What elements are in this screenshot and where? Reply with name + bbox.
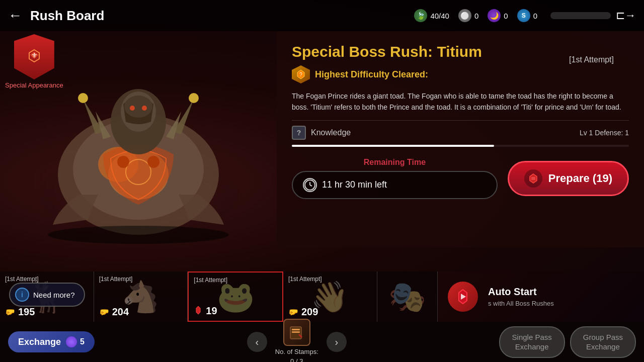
difficulty-row: ? Highest Difficulty Cleared: — [292, 65, 629, 83]
group-pass-exchange-button[interactable]: Group PassExchange — [570, 326, 636, 358]
time-pill: 11 hr 30 min left — [292, 171, 498, 199]
s-value: 0 — [533, 12, 537, 20]
stamp-count: 0 / 3 — [290, 357, 303, 362]
boss-card-5[interactable]: 🎭 — [377, 272, 438, 322]
knowledge-label: Knowledge — [311, 128, 575, 137]
header-stats: 🍃 40/40 ⚪ 0 🌙 0 S 0 — [414, 9, 611, 22]
svg-line-20 — [310, 185, 312, 186]
orb-icon: ⚪ — [458, 9, 471, 22]
boss-card-3-value: 19 — [206, 305, 217, 317]
svg-point-13 — [124, 96, 152, 118]
attempt-label: [1st Attempt] — [569, 55, 614, 64]
svg-rect-23 — [292, 331, 300, 333]
stamp-center: No. of Stamps: 0 / 3 — [275, 319, 318, 362]
bottom-bar: Exchange 5 ‹ No. of Stamps: 0 / 3 › S — [0, 322, 644, 362]
knowledge-stats: Lv 1 Defense: 1 — [580, 129, 629, 137]
boss-card-1-icon: 🤛 — [5, 307, 15, 317]
difficulty-badge-icon: ? — [292, 65, 310, 83]
prepare-button[interactable]: Prepare (19) — [508, 161, 629, 196]
auto-start-text: Auto Start s with All Boss Rushes — [488, 286, 634, 307]
boss-card-4-bottom: 🤛 209 — [288, 306, 318, 318]
knowledge-icon: ? — [292, 126, 306, 140]
svg-point-9 — [78, 93, 88, 103]
svg-point-16 — [48, 226, 229, 244]
s-currency-icon: S — [517, 9, 530, 22]
need-more-bubble[interactable]: i Need more? — [9, 283, 85, 307]
boss-card-3-icon — [194, 306, 203, 317]
boss-card-4-icon: 🤛 — [288, 307, 298, 317]
info-icon: i — [15, 288, 29, 302]
stamp-icon — [283, 319, 310, 346]
boss-card-3-attempt: [1st Attempt] — [194, 277, 227, 284]
svg-point-14 — [130, 106, 135, 111]
stamp-next-button[interactable]: › — [327, 332, 347, 352]
boss-card-2-attempt: [1st Attempt] — [99, 276, 133, 283]
exchange-label: Exchange — [18, 337, 61, 347]
stamp-nav: ‹ No. of Stamps: 0 / 3 › — [103, 319, 491, 362]
boss-info-panel: Special Boss Rush: Titium [1st Attempt] … — [277, 31, 644, 247]
svg-text:?: ? — [299, 72, 302, 77]
knowledge-row: ? Knowledge Lv 1 Defense: 1 — [292, 120, 629, 145]
prepare-label: Prepare (19) — [548, 172, 612, 185]
moon-value: 0 — [504, 12, 508, 20]
auto-start-panel: Auto Start s with All Boss Rushes — [438, 272, 644, 322]
xp-bar — [550, 12, 611, 19]
action-row: Remaining Time 11 hr 30 min left — [292, 158, 629, 199]
boss-card-bg-5: 🎭 — [377, 272, 437, 322]
time-left-label: 11 hr 30 min left — [322, 179, 387, 190]
difficulty-label: Highest Difficulty Cleared: — [315, 69, 428, 80]
boss-card-1-value: 195 — [18, 306, 35, 318]
single-pass-exchange-button[interactable]: Single PassExchange — [499, 326, 565, 358]
boss-card-1-attempt: [1st Attempt] — [5, 276, 39, 283]
currency-count: 5 — [80, 337, 85, 346]
stamp-prev-button[interactable]: ‹ — [247, 332, 267, 352]
prepare-icon — [524, 169, 542, 188]
svg-text:⚜: ⚜ — [31, 51, 37, 59]
boss-description: The Fogan Prince rides a giant toad. The… — [292, 90, 629, 113]
energy-value: 40/40 — [430, 12, 449, 20]
stat-orb: ⚪ 0 — [458, 9, 478, 22]
badge-icon: ⚜ — [14, 34, 54, 79]
pass-buttons: Single PassExchange Group PassExchange — [499, 326, 636, 358]
boss-card-1-bottom: 🤛 195 — [5, 306, 35, 318]
auto-start-title: Auto Start — [488, 286, 634, 298]
clock-icon — [303, 178, 317, 192]
stamp-label: No. of Stamps: — [275, 348, 318, 355]
svg-point-10 — [189, 93, 199, 103]
stat-s: S 0 — [517, 9, 537, 22]
svg-point-15 — [142, 106, 147, 111]
remaining-label: Remaining Time — [292, 158, 498, 167]
svg-rect-22 — [292, 329, 300, 330]
boss-card-4-value: 209 — [301, 306, 318, 318]
special-appearance-badge: ⚜ Special Appearance — [5, 34, 63, 89]
special-appearance-label: Special Appearance — [5, 81, 63, 89]
svg-point-8 — [147, 156, 159, 168]
boss-card-2[interactable]: 🐴 [1st Attempt] 🤛 204 — [94, 272, 188, 322]
exit-button[interactable]: ⊏→ — [616, 9, 636, 22]
moon-icon: 🌙 — [488, 9, 501, 22]
exchange-currency: 5 — [66, 336, 85, 347]
need-more-label: Need more? — [33, 291, 75, 299]
stat-moon: 🌙 0 — [488, 9, 508, 22]
header-bar: ← Rush Board 🍃 40/40 ⚪ 0 🌙 0 S 0 ⊏→ — [0, 0, 644, 31]
currency-icon — [66, 336, 77, 347]
boss-card-3-bottom: 19 — [194, 305, 217, 317]
orb-value: 0 — [474, 12, 478, 20]
boss-card-4-attempt: [1st Attempt] — [288, 276, 322, 283]
boss-card-2-bottom: 🤛 204 — [99, 306, 129, 318]
svg-point-7 — [117, 156, 129, 168]
boss-card-4[interactable]: 👋 [1st Attempt] 🤛 209 — [283, 272, 377, 322]
page-title: Rush Board — [30, 8, 414, 24]
boss-card-2-value: 204 — [112, 306, 129, 318]
boss-card-2-icon: 🤛 — [99, 307, 109, 317]
auto-start-subtitle: s with All Boss Rushes — [488, 300, 634, 307]
time-section: Remaining Time 11 hr 30 min left — [292, 158, 498, 199]
stat-energy: 🍃 40/40 — [414, 9, 449, 22]
boss-card-3[interactable]: 🐸 [1st Attempt] 19 — [188, 272, 283, 322]
exchange-button[interactable]: Exchange 5 — [8, 331, 95, 352]
knowledge-progress-bar — [292, 145, 494, 147]
auto-start-icon — [448, 282, 478, 312]
back-button[interactable]: ← — [8, 8, 22, 24]
energy-icon: 🍃 — [414, 9, 427, 22]
